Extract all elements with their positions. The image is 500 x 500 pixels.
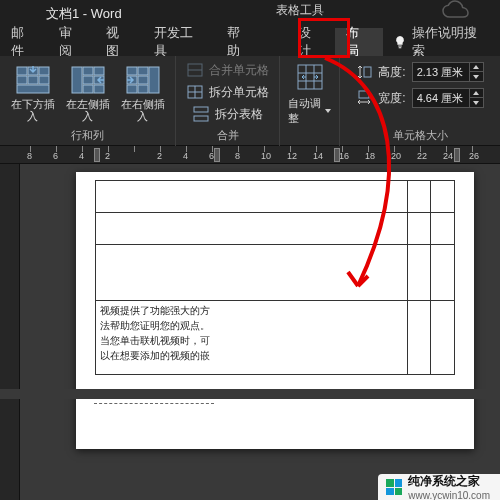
svg-rect-33	[364, 67, 371, 77]
ruler-column-stop[interactable]	[334, 148, 340, 162]
group-rows-cols: 在下方插入 在左侧插入	[0, 56, 176, 146]
svg-rect-13	[94, 85, 104, 93]
insert-left-icon	[71, 66, 105, 94]
split-cells-button[interactable]: 拆分单元格	[187, 82, 269, 102]
svg-rect-6	[17, 85, 49, 93]
document-page-2[interactable]	[76, 403, 474, 433]
page-break	[0, 389, 500, 399]
svg-rect-7	[72, 67, 82, 93]
group-merge: 合并单元格 拆分单元格 拆分表格 合并	[176, 56, 280, 146]
width-field[interactable]: 4.64 厘米	[412, 88, 484, 108]
svg-rect-12	[83, 85, 93, 93]
svg-rect-3	[17, 76, 27, 84]
table-row	[96, 181, 455, 213]
tab-layout[interactable]: 布局	[335, 28, 383, 56]
col-width-icon	[356, 90, 372, 106]
document-area: 视频提供了功能强大的方 法帮助您证明您的观点。 当您单击联机视频时，可 以在想要…	[0, 164, 500, 500]
tab-review[interactable]: 审阅	[48, 28, 96, 56]
merge-cells-button: 合并单元格	[187, 60, 269, 80]
insert-right-label: 在右侧插入	[116, 98, 169, 122]
split-cells-icon	[187, 84, 203, 100]
tab-mail[interactable]: 邮件	[0, 28, 48, 56]
height-field[interactable]: 2.13 厘米	[412, 62, 484, 82]
dropdown-caret-icon	[325, 109, 331, 113]
window-title: 文档1 - Word	[46, 5, 122, 23]
watermark-brand: 纯净系统之家	[408, 473, 490, 490]
paragraph-line: 视频提供了功能强大的方	[100, 303, 403, 318]
width-spin-down[interactable]	[469, 98, 483, 107]
autofit-button[interactable]: 自动调整	[280, 56, 339, 131]
svg-rect-4	[28, 76, 38, 84]
svg-rect-14	[127, 67, 137, 75]
paragraph-line: 以在想要添加的视频的嵌	[100, 348, 403, 363]
svg-rect-2	[39, 67, 49, 75]
svg-rect-10	[83, 76, 93, 84]
document-page[interactable]: 视频提供了功能强大的方 法帮助您证明您的观点。 当您单击联机视频时，可 以在想要…	[76, 172, 474, 449]
tab-view[interactable]: 视图	[95, 28, 143, 56]
tab-help[interactable]: 帮助	[216, 28, 264, 56]
insert-below-button[interactable]: 在下方插入	[6, 66, 59, 122]
ruler-column-stop[interactable]	[454, 148, 460, 162]
insert-below-icon	[16, 66, 50, 94]
split-table-label: 拆分表格	[215, 106, 263, 123]
width-value: 4.64 厘米	[413, 91, 469, 106]
svg-rect-0	[17, 67, 27, 75]
group-merge-label: 合并	[176, 128, 279, 146]
ruler-column-stop[interactable]	[214, 148, 220, 162]
tab-devtools[interactable]: 开发工具	[143, 28, 216, 56]
insert-right-button[interactable]: 在右侧插入	[116, 66, 169, 122]
split-cells-label: 拆分单元格	[209, 84, 269, 101]
svg-rect-5	[39, 76, 49, 84]
svg-rect-19	[138, 85, 148, 93]
svg-rect-9	[94, 67, 104, 75]
table-row	[96, 245, 455, 301]
table-row: 视频提供了功能强大的方 法帮助您证明您的观点。 当您单击联机视频时，可 以在想要…	[96, 301, 455, 375]
tell-me-search[interactable]: 操作说明搜索	[412, 28, 500, 56]
svg-rect-17	[138, 76, 148, 84]
height-label: 高度:	[378, 64, 405, 81]
svg-rect-15	[138, 67, 148, 75]
autofit-icon	[295, 62, 325, 92]
group-rows-cols-label: 行和列	[0, 128, 175, 146]
svg-rect-27	[194, 116, 208, 121]
row-height-icon	[356, 64, 372, 80]
tab-design[interactable]: 设计	[287, 28, 335, 56]
insert-left-label: 在左侧插入	[61, 98, 114, 122]
group-autofit: 自动调整	[280, 56, 340, 146]
svg-rect-20	[149, 67, 159, 93]
app-root: 文档1 - Word 表格工具 邮件 审阅 视图 开发工具 帮助 设计 布局 操…	[0, 0, 500, 500]
ruler-column-stop[interactable]	[94, 148, 100, 162]
group-cell-size-label: 单元格大小	[340, 128, 500, 146]
svg-rect-8	[83, 67, 93, 75]
paragraph-line: 法帮助您证明您的观点。	[100, 318, 403, 333]
height-spin-down[interactable]	[469, 72, 483, 81]
width-label: 宽度:	[378, 90, 405, 107]
document-table[interactable]: 视频提供了功能强大的方 法帮助您证明您的观点。 当您单击联机视频时，可 以在想要…	[95, 180, 455, 375]
width-spin-up[interactable]	[469, 89, 483, 98]
cloud-sync-icon[interactable]	[436, 0, 476, 24]
merge-cells-icon	[187, 62, 203, 78]
table-row	[96, 213, 455, 245]
height-spin-up[interactable]	[469, 63, 483, 72]
group-cell-size: 高度: 2.13 厘米 宽度: 4.64 厘米 单元格大小	[340, 56, 500, 146]
svg-rect-18	[127, 85, 137, 93]
split-table-button[interactable]: 拆分表格	[193, 104, 263, 124]
horizontal-ruler[interactable]: 86422468101214161820222426	[0, 146, 500, 164]
height-value: 2.13 厘米	[413, 65, 469, 80]
insert-left-button[interactable]: 在左侧插入	[61, 66, 114, 122]
lightbulb-icon	[393, 34, 409, 50]
watermark-url: www.ycwin10.com	[408, 490, 490, 500]
split-table-icon	[193, 106, 209, 122]
ribbon-tabs: 邮件 审阅 视图 开发工具 帮助 设计 布局 操作说明搜索	[0, 28, 500, 56]
table-tools-label: 表格工具	[276, 2, 324, 19]
svg-rect-26	[194, 107, 208, 112]
section-break-line	[94, 403, 214, 404]
insert-below-label: 在下方插入	[6, 98, 59, 122]
vertical-ruler[interactable]	[0, 164, 20, 500]
watermark: 纯净系统之家 www.ycwin10.com	[378, 474, 500, 500]
autofit-label: 自动调整	[288, 96, 323, 126]
watermark-logo-icon	[386, 479, 402, 495]
paragraph-line: 当您单击联机视频时，可	[100, 333, 403, 348]
ribbon: 在下方插入 在左侧插入	[0, 56, 500, 146]
svg-rect-34	[359, 91, 369, 98]
